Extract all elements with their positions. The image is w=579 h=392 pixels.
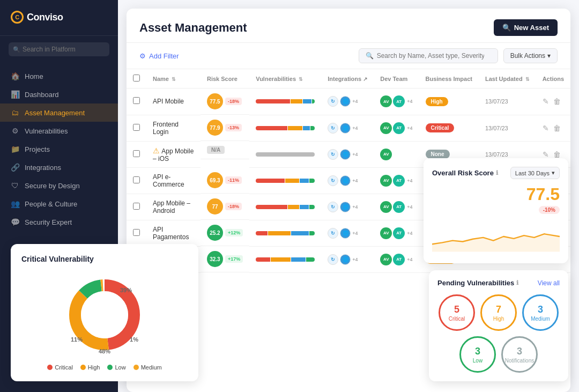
col-dev-team: Dev Team xyxy=(374,69,419,88)
sidebar-item-asset-management[interactable]: 🗂 Asset Management xyxy=(0,103,118,122)
pending-circle-critical: 5Critical xyxy=(439,294,475,331)
integration-icons: ↻ 🌐 +4 xyxy=(328,123,367,134)
globe-icon: 🌐 xyxy=(340,228,351,239)
nav-icon-home: 🏠 xyxy=(11,72,19,80)
delete-icon[interactable]: 🗑 xyxy=(553,97,561,106)
new-asset-button[interactable]: 🔍 New Asset xyxy=(494,19,558,36)
edit-icon[interactable]: ✎ xyxy=(543,97,549,106)
edit-icon[interactable]: ✎ xyxy=(543,150,549,159)
plus-more: +4 xyxy=(352,178,358,183)
vuln-seg xyxy=(309,179,315,183)
dev-avatar-at: AT xyxy=(393,201,405,213)
col-business-impact: Business Impact xyxy=(419,69,479,88)
integration-icons: ↻ 🌐 +4 xyxy=(328,228,367,239)
table-header-row: Name ⇅ Risk Score Vulnerabilities ⇅ Inte… xyxy=(127,69,570,88)
select-all-checkbox[interactable] xyxy=(133,75,140,82)
row-checkbox[interactable] xyxy=(133,150,140,157)
warning-icon: ⚠ xyxy=(153,146,160,155)
pending-circle-notifications: 3Notifications xyxy=(501,336,538,373)
dev-team-icons: AVAT+4 xyxy=(380,95,412,107)
sidebar-item-secure-by-design[interactable]: 🛡 Secure by Design xyxy=(0,176,118,195)
risk-score-card: Overall Risk Score ℹ Last 30 Days ▾ 77.5… xyxy=(424,158,568,263)
dev-plus: +4 xyxy=(407,99,412,104)
row-checkbox[interactable] xyxy=(133,203,140,210)
cell-integrations: ↻ 🌐 +4 xyxy=(321,194,374,220)
nav-icon-integrations: 🔗 xyxy=(11,163,19,172)
plus-more: +4 xyxy=(352,99,358,104)
cell-name: API Mobile xyxy=(146,88,201,115)
delete-icon[interactable]: 🗑 xyxy=(553,124,561,132)
pending-card-title: Pending Vulnerabilities ℹ xyxy=(437,279,518,287)
integration-icons: ↻ 🌐 +4 xyxy=(328,96,367,107)
view-all-link[interactable]: View all xyxy=(538,279,560,287)
info-icon: ℹ xyxy=(496,169,498,176)
sidebar-item-dashboard[interactable]: 📊 Dashboard xyxy=(0,85,118,103)
vuln-bar xyxy=(256,257,315,262)
vuln-seg xyxy=(256,179,285,183)
plus-more: +4 xyxy=(352,125,358,131)
row-checkbox[interactable] xyxy=(133,229,140,236)
nav-icon-dashboard: 📊 xyxy=(11,90,19,99)
globe-icon: 🌐 xyxy=(340,254,351,265)
row-checkbox[interactable] xyxy=(133,97,140,104)
plus-more: +4 xyxy=(352,152,358,157)
cell-vuln xyxy=(249,141,321,167)
pending-circle-low: 3Low xyxy=(459,336,496,373)
sidebar-item-label-secure-by-design: Secure by Design xyxy=(25,182,80,190)
dev-plus: +4 xyxy=(407,125,412,131)
nav-icon-vulnerabilities: ⚙ xyxy=(11,127,19,135)
cell-name: ⚠ App Mobile – iOS xyxy=(146,141,201,167)
globe-icon: 🌐 xyxy=(340,175,351,186)
chevron-down-icon: ▾ xyxy=(552,169,555,176)
sidebar-item-projects[interactable]: 📁 Projects xyxy=(0,140,118,158)
sidebar-item-security-expert[interactable]: 💬 Security Expert xyxy=(0,213,118,231)
table-row: API Mobile 77.5-18% ↻ 🌐 +4 AVAT+4 High 1… xyxy=(127,88,570,115)
bulk-actions-button[interactable]: Bulk Actions ▾ xyxy=(503,48,558,63)
dev-avatar-at: AT xyxy=(393,227,405,239)
col-vulnerabilities: Vulnerabilities ⇅ xyxy=(249,69,321,88)
sidebar-item-people-culture[interactable]: 👥 People & Culture xyxy=(0,195,118,213)
col-risk-score: Risk Score xyxy=(201,69,249,88)
sidebar-item-integrations[interactable]: 🔗 Integrations xyxy=(0,158,118,176)
change-badge: +17% xyxy=(225,255,243,263)
period-selector-button[interactable]: Last 30 Days ▾ xyxy=(510,167,560,179)
dev-avatar-av: AV xyxy=(380,201,392,213)
critical-vuln-card-title: Critical Vulnerability xyxy=(21,255,188,263)
dev-avatar-at: AT xyxy=(393,95,405,107)
sidebar-item-home[interactable]: 🏠 Home xyxy=(0,67,118,85)
add-filter-button[interactable]: ⚙ Add Filter xyxy=(139,52,179,60)
vuln-seg xyxy=(312,99,315,103)
integration-icons: ↻ 🌐 +4 xyxy=(328,254,367,265)
vuln-seg xyxy=(291,257,306,262)
nav-icon-secure-by-design: 🛡 xyxy=(11,181,19,190)
vuln-seg xyxy=(306,257,315,262)
cell-vuln xyxy=(249,194,321,220)
cell-impact: Critical xyxy=(419,115,479,141)
critical-dot xyxy=(47,365,53,370)
sidebar-search-input[interactable] xyxy=(9,42,109,56)
pending-row-1: 5Critical7High3Medium xyxy=(437,294,560,331)
cell-integrations: ↻ 🌐 +4 xyxy=(321,246,374,272)
sidebar-item-label-projects: Projects xyxy=(25,145,50,153)
cell-dev-team: AVAT+4 xyxy=(374,115,419,141)
cell-risk: N/A xyxy=(201,141,249,159)
dev-avatar-av: AV xyxy=(380,175,392,187)
sync-icon: ↻ xyxy=(328,96,338,107)
nav-icon-people-culture: 👥 xyxy=(11,199,19,208)
vuln-seg xyxy=(288,126,302,130)
delete-icon[interactable]: 🗑 xyxy=(553,150,561,159)
col-last-updated: Last Updated ⇅ xyxy=(479,69,536,88)
pending-circles: 5Critical7High3Medium3Low3Notifications xyxy=(437,294,560,373)
row-checkbox[interactable] xyxy=(133,124,140,131)
medium-dot xyxy=(133,365,139,370)
cell-integrations: ↻ 🌐 +4 xyxy=(321,141,374,167)
row-checkbox[interactable] xyxy=(133,176,140,183)
cell-vuln xyxy=(249,167,321,194)
dev-avatar-av: AV xyxy=(380,227,392,239)
dev-team-icons: AVAT+4 xyxy=(380,227,412,239)
sidebar-item-vulnerabilities[interactable]: ⚙ Vulnerabilities xyxy=(0,122,118,140)
dev-avatar-av: AV xyxy=(380,95,392,107)
edit-icon[interactable]: ✎ xyxy=(543,124,549,132)
legend-critical: Critical xyxy=(47,364,73,371)
asset-search-input[interactable] xyxy=(377,52,484,60)
